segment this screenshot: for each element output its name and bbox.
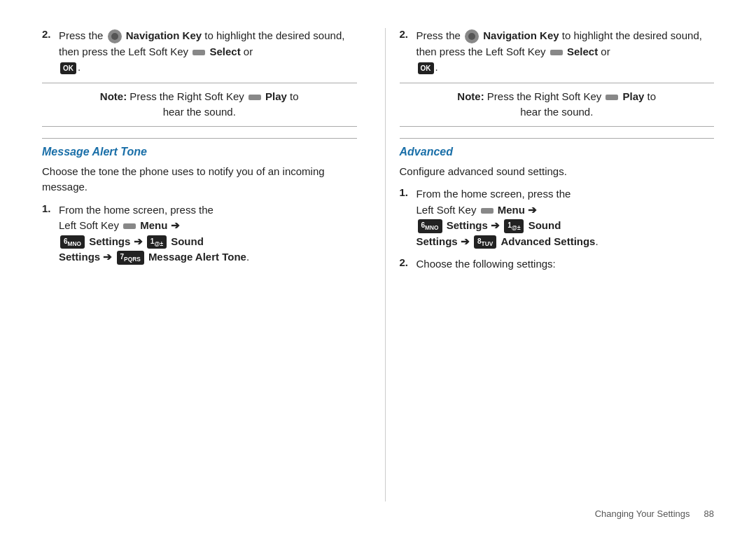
left-step1-key1: 1@± [147,235,167,249]
right-step1-menu: Menu [498,204,525,216]
right-step1-arrow3: ➔ [461,235,470,247]
right-column: 2. Press the Navigation Key to highlight… [385,28,715,501]
right-step1-key1: 1@± [504,219,524,233]
left-step1-block: 1. From the home screen, press the Left … [42,202,357,265]
right-step1-arrow2: ➔ [491,219,500,231]
right-nav-key-label: Navigation Key [483,29,559,41]
left-step1-key7: 7PQRS [117,251,144,264]
right-select-label: Select [567,46,598,57]
left-note-block: Note: Press the Right Soft Key Play tohe… [42,83,357,127]
left-step1-arrow3: ➔ [103,251,112,263]
columns: 2. Press the Navigation Key to highlight… [42,28,714,501]
right-step2b-num: 2. [400,256,412,268]
right-note-soft-key [606,95,618,100]
nav-key-icon-left [108,29,122,43]
right-step2-content: Press the Navigation Key to highlight th… [416,28,715,76]
left-section-desc: Choose the tone the phone uses to notify… [42,164,357,195]
right-soft-key-icon [550,50,563,55]
footer-page-number: 88 [704,508,714,519]
left-soft-key-icon [192,50,205,55]
page-footer: Changing Your Settings 88 [42,501,714,519]
right-step1-softkey [481,208,493,214]
right-step2b-block: 2. Choose the following settings: [400,256,715,272]
left-select-label: Select [209,46,240,57]
left-step2-content: Press the Navigation Key to highlight th… [59,28,357,76]
right-step1-sound: Sound [528,219,561,231]
right-step1-key8: 8TUV [474,235,496,249]
right-note-play: Play [623,90,645,102]
right-step2b-content: Choose the following settings: [416,256,556,272]
left-step1-arrow1: ➔ [171,219,180,231]
left-note-play: Play [265,90,287,102]
right-section-desc: Configure advanced sound settings. [400,164,715,180]
right-note-prefix: Note: [457,90,484,102]
right-step2-num: 2. [400,28,412,40]
left-step1-content: From the home screen, press the Left Sof… [59,202,249,265]
right-ok-icon: OK [418,62,434,74]
left-nav-key-label: Navigation Key [126,29,202,41]
page: 2. Press the Navigation Key to highlight… [0,0,756,540]
left-step1-arrow2: ➔ [134,235,143,247]
right-step1-num: 1. [400,186,412,198]
footer-label: Changing Your Settings [595,508,690,519]
left-step1-final: Message Alert Tone [148,251,246,263]
left-step1-num: 1. [42,202,55,214]
left-step1-settings2: Settings [59,251,100,263]
left-step2-block: 2. Press the Navigation Key to highlight… [42,28,357,76]
right-step1-block: 1. From the home screen, press the Left … [400,186,715,249]
left-step1-sound: Sound [171,235,204,247]
left-step1-softkey [123,223,136,229]
right-step1-final: Advanced Settings [500,235,595,247]
right-step1-settings2: Settings [416,235,458,247]
right-step1-key6: 6MNO [418,219,442,233]
left-step1-key6: 6MNO [60,235,85,249]
right-note-block: Note: Press the Right Soft Key Play tohe… [400,83,715,127]
left-section-title: Message Alert Tone [42,138,357,158]
right-section-title: Advanced [400,138,715,158]
right-step2-block: 2. Press the Navigation Key to highlight… [400,28,715,76]
left-ok-icon: OK [60,62,76,74]
left-note-soft-key [248,95,261,100]
left-step1-menu: Menu [140,219,167,231]
left-step1-settings1: Settings [89,235,130,247]
nav-key-icon-right [465,29,479,43]
right-step1-arrow1: ➔ [528,204,537,216]
right-step1-settings1: Settings [447,219,488,231]
left-column: 2. Press the Navigation Key to highlight… [42,28,385,501]
left-note-prefix: Note: [100,90,127,102]
left-step2-num: 2. [42,28,55,40]
right-step1-content: From the home screen, press the Left Sof… [416,186,598,249]
